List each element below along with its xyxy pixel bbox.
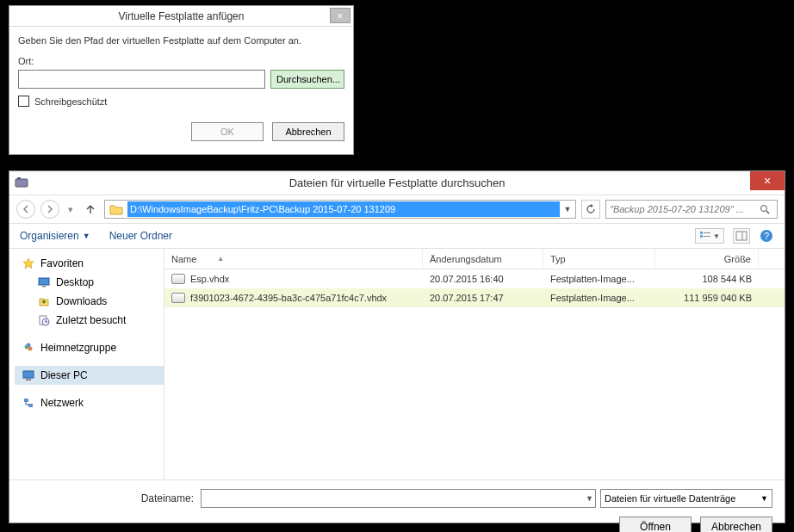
file-type: Festplatten-Image... (543, 293, 655, 303)
ok-button[interactable]: OK (191, 122, 264, 141)
tree-homegroup[interactable]: Heimnetzgruppe (15, 338, 164, 357)
bottom-panel: Dateiname: ▼ Dateien für virtuelle Daten… (9, 479, 785, 532)
location-label: Ort: (18, 56, 344, 66)
tree-label: Desktop (56, 276, 94, 288)
column-header-type[interactable]: Typ (543, 249, 655, 269)
address-bar: ▾ ▼ (9, 195, 785, 223)
history-dropdown[interactable]: ▾ (65, 200, 77, 219)
forward-button[interactable] (40, 200, 59, 219)
browse-button[interactable]: Durchsuchen... (270, 70, 344, 89)
desktop-icon (37, 275, 51, 289)
search-input[interactable] (606, 204, 760, 214)
svg-rect-6 (704, 232, 710, 233)
readonly-label: Schreibgeschützt (34, 96, 107, 107)
folder-icon (109, 202, 124, 216)
tree-recent[interactable]: Zuletzt besucht (15, 311, 164, 330)
file-name: Esp.vhdx (190, 274, 229, 284)
tree-network[interactable]: Netzwerk (15, 393, 164, 412)
preview-pane-button[interactable] (733, 228, 750, 244)
open-button[interactable]: Öffnen (619, 517, 692, 532)
search-icon (760, 204, 777, 214)
tree-label: Heimnetzgruppe (40, 342, 116, 354)
up-button[interactable] (82, 201, 99, 218)
back-button[interactable] (16, 200, 35, 219)
chevron-down-icon: ▼ (83, 232, 90, 240)
navigation-tree: Favoriten Desktop Downloads Zuletzt besu… (9, 249, 164, 479)
toolbar: Organisieren ▼ Neuer Ordner ▼ ? (9, 223, 785, 249)
recent-icon (37, 313, 51, 327)
tree-desktop[interactable]: Desktop (15, 273, 164, 292)
search-field[interactable] (605, 200, 778, 219)
filename-input[interactable] (201, 489, 596, 508)
view-mode-button[interactable]: ▼ (695, 228, 724, 244)
tree-label: Favoriten (40, 257, 84, 269)
attach-vhd-description: Geben Sie den Pfad der virtuellen Festpl… (18, 35, 344, 46)
tree-label: Zuletzt besucht (56, 314, 126, 326)
column-header-date[interactable]: Änderungsdatum (423, 249, 543, 269)
cancel-button[interactable]: Abbrechen (272, 122, 344, 141)
downloads-icon (37, 294, 51, 308)
tree-label: Netzwerk (40, 397, 84, 409)
svg-rect-13 (42, 286, 46, 288)
svg-rect-21 (24, 399, 28, 402)
vhd-file-icon (171, 293, 185, 303)
sort-asc-icon: ▲ (217, 255, 224, 263)
file-size: 111 959 040 KB (655, 293, 759, 303)
organize-label: Organisieren (20, 230, 79, 242)
svg-rect-7 (704, 236, 710, 237)
organize-menu[interactable]: Organisieren ▼ (20, 230, 90, 242)
attach-vhd-title: Virtuelle Festplatte anfügen (9, 6, 353, 27)
svg-line-3 (766, 211, 769, 213)
cancel-button[interactable]: Abbrechen (700, 517, 772, 532)
svg-rect-20 (26, 379, 31, 380)
filename-label: Dateiname: (22, 492, 194, 504)
file-row[interactable]: Esp.vhdx20.07.2015 16:40Festplatten-Imag… (164, 269, 785, 288)
address-input[interactable] (127, 201, 560, 217)
new-folder-button[interactable]: Neuer Ordner (109, 230, 172, 242)
view-list-icon (699, 231, 711, 241)
tree-label: Dieser PC (40, 369, 88, 381)
file-type: Festplatten-Image... (543, 274, 655, 284)
column-header-size[interactable]: Größe (655, 249, 759, 269)
file-name: f3901023-4672-4395-ba3c-c475a71fc4c7.vhd… (190, 293, 387, 303)
svg-rect-12 (39, 278, 49, 285)
file-open-titlebar: Dateien für virtuelle Festplatte durchsu… (9, 171, 785, 195)
computer-icon (22, 368, 35, 382)
file-date: 20.07.2015 17:47 (423, 293, 543, 303)
preview-pane-icon (735, 231, 747, 241)
file-open-title: Dateien für virtuelle Festplatte durchsu… (9, 171, 785, 195)
file-list: Name▲ Änderungsdatum Typ Größe Esp.vhdx2… (164, 249, 785, 479)
star-icon (22, 257, 35, 270)
address-field[interactable]: ▼ (104, 200, 576, 219)
svg-rect-4 (700, 232, 703, 234)
network-icon (22, 396, 35, 410)
refresh-button[interactable] (581, 200, 600, 219)
homegroup-icon (22, 341, 35, 355)
help-button[interactable]: ? (759, 228, 774, 244)
filter-label: Dateien für virtuelle Datenträge (605, 493, 735, 504)
svg-rect-5 (700, 235, 703, 238)
tree-downloads[interactable]: Downloads (15, 292, 164, 311)
vhd-path-input[interactable] (18, 70, 265, 89)
tree-thispc[interactable]: Dieser PC (15, 366, 164, 385)
svg-point-2 (761, 206, 767, 212)
readonly-checkbox[interactable] (18, 96, 29, 107)
refresh-icon (586, 204, 596, 214)
tree-label: Downloads (56, 295, 107, 307)
chevron-down-icon[interactable]: ▼ (586, 494, 593, 503)
file-type-filter[interactable]: Dateien für virtuelle Datenträge ▼ (600, 489, 772, 508)
tree-favorites[interactable]: Favoriten (15, 254, 164, 273)
column-header-row: Name▲ Änderungsdatum Typ Größe (164, 249, 785, 269)
close-button[interactable]: × (750, 171, 785, 190)
column-header-name[interactable]: Name▲ (164, 249, 423, 269)
svg-text:?: ? (764, 231, 769, 241)
file-row[interactable]: f3901023-4672-4395-ba3c-c475a71fc4c7.vhd… (164, 288, 785, 307)
vhd-file-icon (171, 274, 185, 284)
arrow-right-icon (46, 205, 54, 213)
address-dropdown[interactable]: ▼ (560, 205, 575, 213)
close-button[interactable]: × (330, 8, 350, 23)
help-icon: ? (760, 229, 773, 243)
attach-vhd-dialog: Virtuelle Festplatte anfügen × Geben Sie… (9, 5, 354, 155)
svg-rect-8 (736, 232, 747, 240)
svg-rect-19 (23, 371, 34, 378)
